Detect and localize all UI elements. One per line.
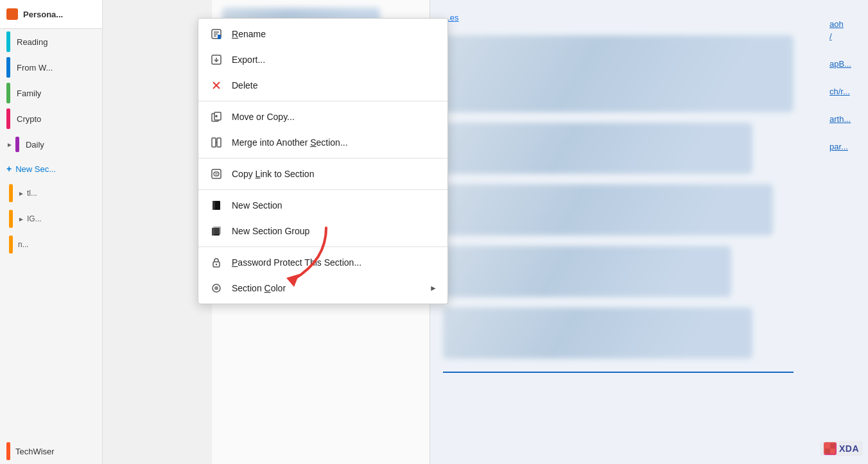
sidebar-subitem-3[interactable]: n... (0, 232, 102, 257)
sidebar-item-family[interactable]: Family (0, 80, 102, 106)
daily-chevron-icon: ► (6, 141, 13, 148)
divider-1 (198, 101, 447, 101)
lock-icon (209, 255, 224, 270)
section-color-arrow-icon: ► (430, 284, 437, 293)
delete-label: Delete (232, 80, 257, 90)
right-link-arth[interactable]: arth... (829, 114, 868, 124)
sidebar-title: Persona... (23, 10, 63, 19)
xda-watermark: XDA (820, 441, 863, 456)
crypto-dot (6, 108, 10, 129)
right-link-apb[interactable]: apB... (829, 59, 868, 69)
menu-item-section-color[interactable]: Section Color ► (198, 275, 447, 301)
divider-2 (198, 158, 447, 159)
menu-item-new-section[interactable]: New Section (198, 193, 447, 218)
sidebar-logo-icon (6, 8, 18, 20)
top-link-area: ...es (443, 13, 855, 22)
xda-logo: XDA (820, 441, 863, 456)
sidebar-item-crypto[interactable]: Crypto (0, 106, 102, 132)
divider-4 (198, 246, 447, 247)
color-icon (209, 280, 224, 296)
menu-item-export[interactable]: Export... (198, 47, 447, 73)
menu-item-rename[interactable]: Rename (198, 21, 447, 47)
sidebar-subitem-2[interactable]: ► IG... (0, 206, 102, 232)
family-label: Family (17, 89, 41, 98)
right-link-slash[interactable]: / (829, 31, 868, 41)
blurred-content-2 (443, 123, 752, 174)
rename-icon (209, 26, 224, 42)
svg-rect-13 (212, 138, 216, 147)
right-link-aoh[interactable]: aoh (829, 19, 868, 29)
sidebar-item-from[interactable]: From W... (0, 55, 102, 80)
daily-label: Daily (26, 140, 44, 150)
sub1-label: tl... (27, 189, 37, 198)
svg-point-24 (216, 264, 217, 265)
context-menu: Rename Export... Delete (198, 18, 448, 304)
merge-icon (209, 135, 224, 150)
sub2-chevron-icon: ► (18, 216, 24, 223)
sidebar-item-reading[interactable]: Reading (0, 29, 102, 55)
blurred-content-1 (443, 35, 794, 112)
context-menu-overlay: Rename Export... Delete (103, 0, 868, 464)
divider-3 (198, 189, 447, 190)
sidebar-item-techwiser[interactable]: TechWiser (0, 438, 102, 464)
right-links: aoh / apB... ch/r... arth... par... (829, 19, 868, 151)
section-color-label: Section Color (232, 283, 286, 293)
menu-item-copy-link[interactable]: Copy Link to Section (198, 161, 447, 187)
new-section-group-label: New Section Group (232, 226, 309, 236)
merge-label: Merge into Another Section... (232, 137, 348, 148)
right-link-ch[interactable]: ch/r... (829, 87, 868, 96)
svg-point-26 (214, 286, 218, 290)
techwiser-label: TechWiser (15, 447, 55, 456)
add-section-button[interactable]: + New Sec... (0, 157, 102, 180)
menu-item-delete[interactable]: Delete (198, 73, 447, 98)
daily-dot (15, 137, 19, 152)
menu-item-merge[interactable]: Merge into Another Section... (198, 130, 447, 155)
sub2-label: IG... (27, 214, 42, 223)
add-icon: + (6, 164, 12, 174)
blurred-content-5 (443, 307, 752, 359)
from-label: From W... (17, 63, 53, 73)
menu-item-password-protect[interactable]: Password Protect This Section... (198, 250, 447, 275)
move-icon (209, 109, 224, 125)
svg-rect-4 (218, 35, 221, 39)
note-content-panel: ...es aoh / apB... ch/r... arth... par..… (430, 0, 868, 464)
svg-rect-14 (217, 138, 221, 147)
svg-rect-22 (213, 227, 221, 234)
sub1-chevron-icon: ► (18, 190, 24, 197)
svg-rect-29 (830, 449, 835, 454)
add-section-label: New Sec... (15, 164, 56, 174)
xda-label: XDA (839, 443, 859, 454)
right-link-par[interactable]: par... (829, 142, 868, 151)
blurred-content-4 (443, 246, 731, 297)
delete-icon (209, 78, 224, 93)
top-link[interactable]: ...es (443, 13, 855, 22)
blurred-content-3 (443, 184, 773, 236)
svg-rect-19 (213, 201, 215, 210)
menu-item-move-copy[interactable]: Move or Copy... (198, 104, 447, 130)
sidebar: Persona... Reading From W... Family Cryp… (0, 0, 103, 464)
menu-item-new-section-group[interactable]: New Section Group (198, 218, 447, 244)
rename-label: Rename (232, 29, 266, 39)
move-copy-label: Move or Copy... (232, 112, 295, 122)
new-section-icon (209, 198, 224, 213)
export-icon (209, 52, 224, 67)
new-section-label: New Section (232, 200, 282, 211)
from-dot (6, 57, 10, 78)
new-section-group-icon (209, 223, 224, 239)
svg-rect-30 (830, 443, 835, 449)
reading-dot (6, 31, 10, 52)
sidebar-header: Persona... (0, 0, 102, 29)
sub3-label: n... (18, 240, 29, 249)
reading-label: Reading (17, 37, 48, 47)
svg-rect-28 (825, 443, 830, 449)
xda-logo-icon (824, 442, 837, 455)
sidebar-item-daily[interactable]: ► Daily (0, 132, 102, 157)
family-dot (6, 83, 10, 103)
password-protect-label: Password Protect This Section... (232, 257, 361, 268)
svg-rect-31 (825, 449, 830, 454)
sidebar-subitem-1[interactable]: ► tl... (0, 180, 102, 206)
link-icon (209, 166, 224, 182)
crypto-label: Crypto (17, 114, 41, 124)
export-label: Export... (232, 55, 265, 65)
content-divider (443, 372, 794, 373)
